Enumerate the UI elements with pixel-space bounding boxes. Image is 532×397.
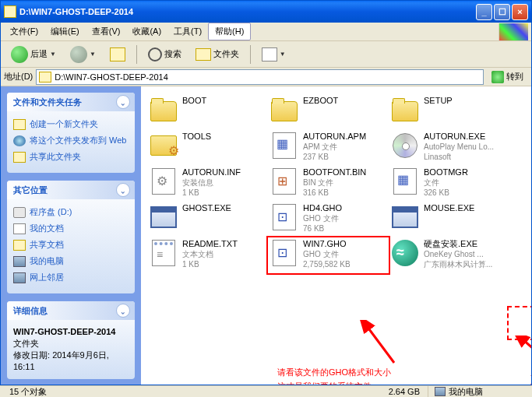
search-button[interactable]: 搜索 bbox=[143, 44, 187, 65]
status-location: 我的电脑 bbox=[428, 386, 529, 398]
explorer-window: D:\WIN7-GHOST-DEEP-2014 _ ☐ × 文件(F) 编辑(E… bbox=[0, 0, 532, 385]
onekey-icon bbox=[392, 240, 418, 266]
file-label: GHOST.EXE bbox=[182, 203, 231, 213]
close-button[interactable]: × bbox=[512, 4, 528, 20]
sidebar-link[interactable]: 共享此文件夹 bbox=[13, 149, 129, 165]
forward-button[interactable]: ▼ bbox=[65, 43, 101, 66]
folder-icon bbox=[196, 48, 211, 61]
file-item[interactable]: BOOTMGR文件326 KB bbox=[389, 166, 509, 202]
maximize-button[interactable]: ☐ bbox=[494, 4, 510, 20]
sidebar: 文件和文件夹任务 创建一个新文件夹将这个文件夹发布到 Web共享此文件夹 其它位… bbox=[1, 86, 141, 385]
annotation-text-installer: 系统硬盘安装器 bbox=[530, 365, 531, 385]
views-icon bbox=[262, 47, 277, 61]
details-header[interactable]: 详细信息 bbox=[7, 301, 135, 320]
menu-help[interactable]: 帮助(H) bbox=[208, 23, 251, 40]
sidebar-link[interactable]: 我的文档 bbox=[13, 220, 129, 237]
sidebar-link-label: 创建一个新文件夹 bbox=[30, 118, 98, 130]
go-label: 转到 bbox=[506, 71, 523, 83]
arrow-icon bbox=[359, 320, 406, 367]
file-item[interactable]: TOOLS bbox=[147, 130, 268, 166]
file-item[interactable]: README.TXT文本文档1 KB bbox=[147, 237, 268, 273]
details-name: WIN7-GHOST-DEEP-2014 bbox=[13, 326, 129, 338]
back-button[interactable]: 后退 ▼ bbox=[5, 43, 62, 66]
details-modified: 修改日期: 2014年9月6日, 16:11 bbox=[13, 350, 129, 373]
sidebar-link[interactable]: 创建一个新文件夹 bbox=[13, 116, 129, 132]
go-button[interactable]: 转到 bbox=[487, 69, 528, 85]
address-label: 地址(D) bbox=[4, 71, 33, 83]
file-item[interactable]: EZBOOT bbox=[268, 94, 389, 130]
details-type: 文件夹 bbox=[13, 338, 129, 350]
window-title: D:\WIN7-GHOST-DEEP-2014 bbox=[19, 7, 133, 16]
separator bbox=[136, 45, 137, 64]
sidebar-link-label: 我的文档 bbox=[30, 223, 64, 234]
folder-icon bbox=[4, 5, 16, 18]
file-label: AUTORUN.INF安装信息1 KB bbox=[182, 167, 241, 198]
minimize-button[interactable]: _ bbox=[476, 4, 492, 20]
menu-edit[interactable]: 编辑(E) bbox=[44, 23, 86, 40]
file-item[interactable]: AUTORUN.APMAPM 文件237 KB bbox=[268, 130, 389, 166]
file-label: EZBOOT bbox=[303, 96, 338, 106]
file-item[interactable]: AUTORUN.EXEAutoPlay Menu Lo...Linasoft bbox=[389, 130, 509, 166]
gho-icon bbox=[273, 240, 296, 266]
folder-icon bbox=[271, 101, 298, 121]
sidebar-link[interactable]: 程序盘 (D:) bbox=[13, 204, 129, 220]
menu-view[interactable]: 查看(V) bbox=[86, 23, 127, 40]
exe-icon bbox=[392, 206, 418, 228]
file-item[interactable]: HD4.GHOGHO 文件76 KB bbox=[268, 202, 389, 237]
sidebar-link[interactable]: 将这个文件夹发布到 Web bbox=[13, 132, 129, 149]
app-icon bbox=[393, 168, 417, 195]
sidebar-link[interactable]: 网上邻居 bbox=[13, 269, 129, 286]
views-button[interactable]: ▼ bbox=[256, 44, 291, 65]
chevron-down-icon: ▼ bbox=[50, 51, 56, 58]
places-header[interactable]: 其它位置 bbox=[7, 181, 135, 199]
file-label: SETUP bbox=[424, 96, 453, 106]
menubar: 文件(F) 编辑(E) 查看(V) 收藏(A) 工具(T) 帮助(H) bbox=[1, 23, 531, 41]
file-item[interactable]: WIN7.GHOGHO 文件2,759,582 KB bbox=[268, 237, 389, 273]
file-label: BOOT bbox=[182, 96, 206, 106]
search-icon bbox=[148, 47, 162, 61]
up-folder-icon bbox=[110, 47, 125, 61]
folders-button[interactable]: 文件夹 bbox=[190, 45, 245, 64]
sidebar-link-label: 共享此文件夹 bbox=[30, 151, 81, 163]
back-label: 后退 bbox=[30, 48, 48, 60]
forward-icon bbox=[70, 46, 87, 63]
sidebar-link[interactable]: 共享文档 bbox=[13, 237, 129, 253]
toolbar: 后退 ▼ ▼ 搜索 文件夹 ▼ bbox=[1, 41, 531, 68]
windows-logo-icon bbox=[499, 23, 528, 40]
sidebar-link-label: 程序盘 (D:) bbox=[30, 206, 72, 218]
folder-icon bbox=[150, 101, 177, 121]
file-item[interactable]: BOOT bbox=[147, 94, 268, 130]
file-item[interactable]: MOUSE.EXE bbox=[389, 202, 509, 237]
cd-icon bbox=[393, 133, 417, 158]
chevron-down-icon: ▼ bbox=[280, 51, 286, 58]
sidebar-link-label: 将这个文件夹发布到 Web bbox=[30, 135, 126, 146]
menu-favorites[interactable]: 收藏(A) bbox=[126, 23, 167, 40]
status-size: 2.64 GB bbox=[382, 387, 428, 396]
sidebar-link-label: 共享文档 bbox=[30, 239, 64, 251]
folder-icon bbox=[39, 72, 51, 83]
folders-label: 文件夹 bbox=[213, 48, 239, 60]
menu-tools[interactable]: 工具(T) bbox=[167, 23, 208, 40]
file-label: HD4.GHOGHO 文件76 KB bbox=[303, 203, 342, 234]
address-path: D:\WIN7-GHOST-DEEP-2014 bbox=[55, 72, 167, 82]
file-item[interactable]: GHOST.EXE bbox=[147, 202, 268, 237]
address-input[interactable]: D:\WIN7-GHOST-DEEP-2014 bbox=[36, 69, 484, 85]
menu-file[interactable]: 文件(F) bbox=[4, 23, 44, 40]
bin-icon bbox=[273, 168, 296, 195]
status-count: 15 个对象 bbox=[3, 386, 53, 398]
folder-icon bbox=[13, 240, 26, 251]
exe-icon bbox=[150, 206, 177, 228]
file-item[interactable]: 硬盘安装.EXEOneKey Ghost ...广东雨林木风计算... bbox=[389, 237, 509, 273]
tasks-header[interactable]: 文件和文件夹任务 bbox=[7, 93, 135, 111]
globe-icon bbox=[13, 135, 26, 146]
file-item[interactable]: AUTORUN.INF安装信息1 KB bbox=[147, 166, 268, 202]
up-button[interactable] bbox=[104, 44, 131, 65]
titlebar[interactable]: D:\WIN7-GHOST-DEEP-2014 _ ☐ × bbox=[1, 1, 531, 23]
file-item[interactable]: SETUP bbox=[389, 94, 509, 130]
file-label: BOOTFONT.BINBIN 文件316 KB bbox=[303, 167, 366, 198]
file-list[interactable]: BOOTEZBOOTSETUPTOOLSAUTORUN.APMAPM 文件237… bbox=[141, 86, 531, 385]
file-item[interactable]: BOOTFONT.BINBIN 文件316 KB bbox=[268, 166, 389, 202]
pc-icon bbox=[13, 256, 26, 267]
drive-icon bbox=[13, 207, 26, 218]
sidebar-link[interactable]: 我的电脑 bbox=[13, 253, 129, 269]
